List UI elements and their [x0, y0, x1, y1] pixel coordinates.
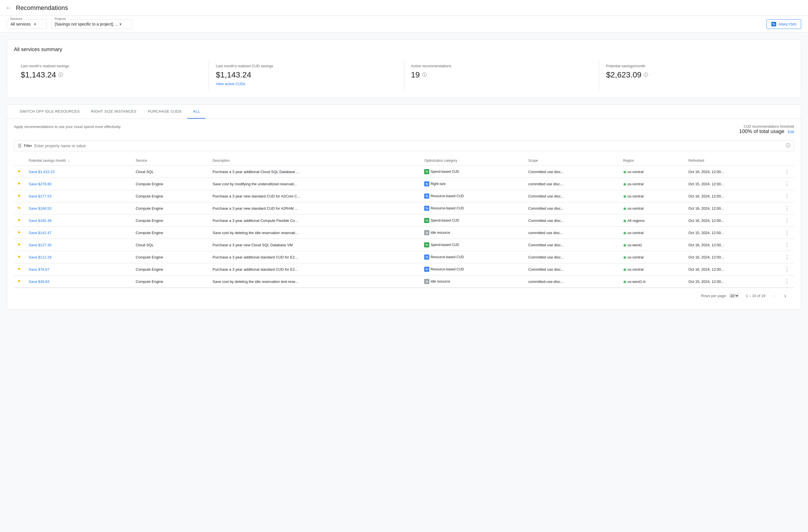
row-region: ◉ us-west1-b: [620, 276, 685, 288]
tab-right-size[interactable]: RIGHT SIZE INSTANCES: [86, 105, 142, 119]
filter-help-icon[interactable]: ⓘ: [786, 143, 790, 149]
projects-select[interactable]: [Savings not specific to a project], ...…: [51, 19, 132, 29]
card-label-cud-savings: Last month's realized CUD savings: [216, 64, 273, 68]
opt-category-label: Resource-based CUD: [430, 267, 464, 271]
flag-icon: ⚑: [17, 267, 21, 271]
row-refreshed: Oct 15, 2024, 12:00...: [685, 227, 780, 239]
th-service[interactable]: Service: [132, 156, 209, 166]
region-label: us-central: [627, 194, 644, 198]
tab-switch-off-idle[interactable]: SWITCH OFF IDLE RESOURCES: [14, 105, 86, 119]
savings-link[interactable]: Save $112.29: [29, 255, 51, 259]
th-refreshed[interactable]: Refreshed: [685, 156, 780, 166]
more-actions-icon[interactable]: ⋮: [783, 253, 791, 261]
recommendations-section: SWITCH OFF IDLE RESOURCES RIGHT SIZE INS…: [7, 104, 801, 309]
th-savings[interactable]: Potential savings /month ↓: [25, 156, 132, 166]
info-icon-active-recommendations[interactable]: ⓘ: [422, 72, 427, 78]
more-actions-icon[interactable]: ⋮: [783, 204, 791, 212]
next-page-button[interactable]: ›: [783, 291, 787, 300]
th-flag: [14, 156, 25, 166]
savings-link[interactable]: Save $78.67: [29, 267, 50, 271]
row-description: Purchase a 3 year additional standard CU…: [209, 263, 421, 276]
card-value-realized-savings: $1,143.24 ⓘ: [21, 70, 63, 79]
region-label: us-central: [627, 182, 644, 186]
filter-input[interactable]: [34, 144, 784, 148]
savings-link[interactable]: Save $39.83: [29, 280, 50, 284]
row-region: ◉ us-central: [620, 263, 685, 276]
services-label: Services: [9, 17, 23, 20]
flag-icon: ⚑: [17, 182, 21, 186]
row-savings: Save $1,415.23: [25, 166, 132, 178]
th-scope[interactable]: Scope: [525, 156, 620, 166]
row-savings: Save $78.67: [25, 263, 132, 276]
region-label: us-central: [627, 170, 644, 174]
opt-category-label: Idle resource: [430, 231, 450, 235]
region-icon: ◉: [623, 280, 626, 284]
projects-value: [Savings not specific to a project], ...: [55, 22, 118, 26]
row-more: ⋮: [780, 263, 794, 276]
prev-page-button[interactable]: ‹: [772, 291, 776, 300]
opt-badge-icon: %: [424, 242, 429, 247]
more-actions-icon[interactable]: ⋮: [783, 216, 791, 224]
region-label: us-west1: [627, 243, 642, 247]
info-icon-realized-savings[interactable]: ⓘ: [58, 72, 63, 78]
th-description[interactable]: Description: [209, 156, 421, 166]
row-scope: Committed use disc...: [525, 214, 620, 227]
row-service: Compute Engine: [132, 202, 209, 214]
analysis-button[interactable]: % ANALYSIS: [767, 19, 801, 29]
opt-badge-icon: %: [424, 193, 429, 198]
tab-purchase-cuds[interactable]: PURCHASE CUDS: [142, 105, 187, 119]
region-icon: ◉: [623, 243, 626, 247]
row-service: Compute Engine: [132, 276, 209, 288]
opt-category-label: Right-size: [430, 182, 445, 186]
card-value-potential-savings: $2,623.09 ⓘ: [606, 70, 648, 79]
row-optimization: % Resource-based CUD: [421, 190, 525, 202]
row-refreshed: Oct 16, 2024, 12:00...: [685, 263, 780, 276]
row-flag: ⚑: [14, 263, 25, 276]
back-button[interactable]: ←: [6, 4, 11, 11]
opt-category-label: Spend-based CUD: [430, 170, 459, 174]
savings-link[interactable]: Save $278.80: [29, 182, 51, 186]
savings-link[interactable]: Save $1,415.23: [29, 170, 55, 174]
row-description: Purchase a 3 year new Cloud SQL Database…: [209, 239, 421, 251]
opt-badge-icon: ⊟: [424, 279, 429, 284]
savings-link[interactable]: Save $177.53: [29, 194, 51, 198]
more-actions-icon[interactable]: ⋮: [783, 168, 791, 176]
top-bar: ← Recommendations: [0, 0, 808, 16]
th-region[interactable]: Region: [620, 156, 685, 166]
tab-all[interactable]: ALL: [187, 105, 206, 119]
more-actions-icon[interactable]: ⋮: [783, 241, 791, 249]
cud-threshold: CUD recommendations threshold 100% of to…: [739, 125, 794, 134]
pagination: Rows per page: 10 25 50 1 – 10 of 19 ‹ ›: [14, 288, 794, 304]
more-actions-icon[interactable]: ⋮: [783, 278, 791, 285]
rows-per-page-select[interactable]: 10 25 50: [729, 293, 739, 298]
more-actions-icon[interactable]: ⋮: [783, 192, 791, 200]
services-select[interactable]: All services ▾: [7, 19, 47, 29]
info-icon-potential-savings[interactable]: ⓘ: [644, 72, 648, 78]
row-optimization: % Resource-based CUD: [421, 263, 525, 276]
region-icon: ◉: [623, 267, 626, 271]
view-active-cuds-link[interactable]: View active CUDs: [216, 82, 245, 86]
row-description: Purchase a 3 year additional Compute Fle…: [209, 214, 421, 227]
more-actions-icon[interactable]: ⋮: [783, 180, 791, 188]
row-more: ⋮: [780, 202, 794, 214]
opt-category-label: Resource-based CUD: [430, 255, 464, 259]
savings-link[interactable]: Save $127.30: [29, 243, 51, 247]
savings-link[interactable]: Save $142.47: [29, 231, 51, 235]
row-region: ◉ us-central: [620, 190, 685, 202]
more-actions-icon[interactable]: ⋮: [783, 265, 791, 273]
cud-threshold-edit-link[interactable]: Edit: [788, 130, 794, 134]
row-savings: Save $165.39: [25, 214, 132, 227]
th-optimization[interactable]: Optimization category: [421, 156, 525, 166]
row-refreshed: Oct 15, 2024, 12:00...: [685, 276, 780, 288]
opt-badge-icon: ⊟: [424, 230, 429, 235]
savings-link[interactable]: Save $165.39: [29, 218, 51, 223]
more-actions-icon[interactable]: ⋮: [783, 229, 791, 236]
row-description: Purchase a 3 year new standard CUD for A…: [209, 190, 421, 202]
tabs: SWITCH OFF IDLE RESOURCES RIGHT SIZE INS…: [7, 105, 801, 119]
savings-link[interactable]: Save $168.53: [29, 206, 51, 211]
row-region: ◉ All regions: [620, 214, 685, 227]
cud-threshold-label: CUD recommendations threshold: [739, 125, 794, 129]
region-label: us-west1-b: [627, 280, 646, 284]
region-label: All regions: [627, 218, 645, 223]
region-label: us-central: [627, 267, 644, 271]
